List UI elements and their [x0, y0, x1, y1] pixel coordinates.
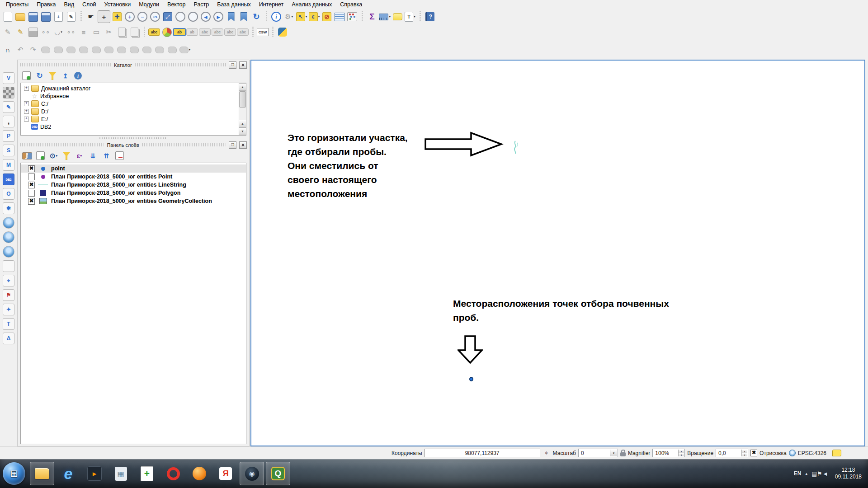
simplify-feature-icon[interactable]: ▾ [52, 44, 64, 56]
layer-item-entities-point[interactable]: План Приморск-2018_5000_юг entities Poin… [21, 173, 246, 181]
panel-float-button[interactable] [229, 141, 236, 149]
select-by-expression-icon[interactable]: ε ▾ [308, 11, 320, 23]
split-features-icon[interactable]: ▾ [154, 44, 165, 56]
statistical-summary-icon[interactable]: Σ ▾ [366, 11, 378, 23]
zoom-in-icon[interactable]: + ▾ [124, 11, 136, 23]
scroll-up-icon[interactable]: ▲ [239, 120, 246, 127]
toolbar-button[interactable]: ▾ [142, 27, 146, 38]
map-themes-icon[interactable]: ▾ [36, 151, 45, 160]
deselect-features-icon[interactable]: ⊘ ▾ [321, 11, 333, 23]
measure-icon[interactable]: ▾ [379, 11, 391, 23]
change-label-icon[interactable]: abc ▾ [237, 26, 249, 38]
layer-item-entities-geometrycollection[interactable]: ✖ План Приморск-2018_5000_юг entities Ge… [21, 197, 246, 205]
tree-expander[interactable]: + [24, 86, 29, 91]
csw-search-icon[interactable]: CSW ▾ [257, 26, 269, 38]
text-tool-icon[interactable]: T [3, 318, 14, 330]
tray-display-icon[interactable]: ▤ [811, 470, 817, 477]
toolbar-button[interactable]: ▾ [418, 11, 422, 22]
offset-curve-icon[interactable]: ▾ [128, 44, 140, 56]
add-virtual-layer-icon[interactable]: ✱ [3, 202, 14, 214]
reshape-features-icon[interactable]: ▾ [141, 44, 153, 56]
expand-all-icon[interactable]: ⇊ ▾ [88, 151, 98, 160]
crs-globe-icon[interactable] [789, 450, 796, 456]
taskbar-document-app-icon[interactable]: + [135, 462, 159, 485]
scrollbar-thumb[interactable] [239, 91, 246, 108]
zoom-out-icon[interactable]: − ▾ [137, 11, 148, 23]
rail-button[interactable] [3, 260, 14, 272]
move-feature-icon[interactable]: ∘∘ ▾ [65, 26, 77, 38]
add-postgis-icon[interactable]: P [3, 130, 14, 142]
tree-expander[interactable]: + [24, 101, 29, 106]
attribute-table-icon[interactable]: ▾ [334, 11, 345, 23]
map-canvas[interactable]: Это горизонтали участка,где отбирали про… [250, 60, 865, 446]
add-ring-icon[interactable]: ▾ [65, 44, 77, 56]
tree-expander[interactable]: + [24, 109, 29, 114]
open-project-icon[interactable]: ▾ [14, 11, 26, 23]
feature-action-icon[interactable]: ⚙ ▾ [283, 11, 295, 23]
layer-visibility-checkbox[interactable]: ✖ [28, 182, 35, 188]
zoom-native-icon[interactable]: 1:1 ▾ [149, 11, 161, 23]
copy-features-icon[interactable]: ▾ [116, 26, 127, 38]
tray-flag-icon[interactable]: ⚑ [817, 470, 822, 477]
fill-ring-icon[interactable]: ▾ [90, 44, 102, 56]
zoom-to-selection-icon[interactable]: ▾ [175, 11, 186, 23]
spin-buttons[interactable]: ▲▼ [741, 450, 747, 456]
toolbar-button[interactable]: ▾ [264, 11, 268, 22]
paste-features-icon[interactable]: ▾ [128, 26, 140, 38]
show-bookmarks-icon[interactable]: ▾ [238, 11, 250, 23]
python-console-icon[interactable]: ▾ [277, 26, 288, 38]
manage-visibility-icon[interactable]: ⊙ ▾ [49, 151, 58, 160]
epsg-status[interactable]: EPSG:4326 [798, 450, 826, 456]
panel-grip[interactable] [142, 143, 226, 146]
layer-diagram-icon[interactable]: ▾ [161, 26, 173, 38]
panel-grip[interactable] [20, 143, 104, 146]
toolbar-button[interactable]: ▾ [251, 27, 255, 38]
delete-selected-icon[interactable]: ▭ ▾ [90, 26, 102, 38]
render-checkbox[interactable]: ✖ [750, 450, 757, 456]
remove-layer-icon[interactable]: ▾ [115, 151, 124, 160]
mouse-position-icon[interactable]: ⌖ [542, 449, 551, 457]
pan-to-selection-icon[interactable]: ✚ ▾ [111, 11, 123, 23]
help-icon[interactable]: ? ▾ [424, 11, 436, 23]
field-calculator-icon[interactable]: ▾ [346, 11, 358, 23]
circular-arc-icon[interactable]: ▾ [179, 44, 191, 56]
scale-lock-icon[interactable] [620, 452, 626, 456]
layer-styling-icon[interactable]: ▾ [22, 152, 32, 160]
add-oracle-icon[interactable]: O [3, 188, 14, 200]
layer-item-entities-linestring[interactable]: ✖ План Приморск-2018_5000_юг entities Li… [21, 181, 246, 189]
add-feature-icon[interactable]: ∘∘ ▾ [40, 26, 52, 38]
toolbar-button[interactable]: ▾ [79, 11, 83, 22]
panel-float-button[interactable] [229, 61, 236, 69]
add-part-icon[interactable]: ▾ [78, 44, 90, 56]
rotate-label-icon[interactable]: abc ▾ [224, 26, 236, 38]
highlight-pinned-labels-icon[interactable]: ab ▾ [186, 26, 198, 38]
profile-tool-icon[interactable]: Δ [3, 333, 14, 344]
save-project-as-icon[interactable]: ▾ [40, 11, 52, 23]
menu-vector[interactable]: Вектор [163, 0, 189, 9]
undo-icon[interactable]: ↶ ▾ [14, 44, 26, 56]
menu-web[interactable]: Интернет [255, 0, 288, 9]
placemark-icon[interactable]: ⚑ [3, 289, 14, 301]
menu-plugins[interactable]: Модули [135, 0, 163, 9]
layer-visibility-checkbox[interactable] [28, 190, 35, 197]
taskbar-media-app-icon[interactable]: ▸ [82, 462, 107, 485]
menu-raster[interactable]: Растр [189, 0, 213, 9]
layer-visibility-checkbox[interactable]: ✖ [28, 165, 35, 172]
delete-part-icon[interactable]: ▾ [116, 44, 127, 56]
language-indicator[interactable]: EN [794, 470, 802, 477]
add-vector-layer-icon[interactable]: V [3, 72, 14, 84]
filter-legend-icon[interactable]: ▾ [62, 152, 71, 160]
show-hidden-icons-button[interactable]: ▴ [805, 471, 807, 476]
label-pin-icon[interactable]: ✦ [3, 304, 14, 315]
add-delimited-text-icon[interactable]: , [3, 116, 14, 127]
add-db2-icon[interactable]: DB2 [3, 174, 14, 185]
identify-features-icon[interactable]: i ▾ [270, 11, 282, 23]
catalog-filter-icon[interactable] [48, 72, 57, 80]
add-wms-layer-icon[interactable] [3, 217, 14, 229]
add-raster-layer-icon[interactable] [3, 87, 14, 99]
rotate-feature-icon[interactable]: ▾ [40, 44, 52, 56]
show-hide-labels-icon[interactable]: abc ▾ [199, 26, 211, 38]
taskbar-internet-explorer-icon[interactable]: e [56, 462, 80, 485]
redo-icon[interactable]: ↷ ▾ [27, 44, 39, 56]
menu-edit[interactable]: Правка [33, 0, 60, 9]
